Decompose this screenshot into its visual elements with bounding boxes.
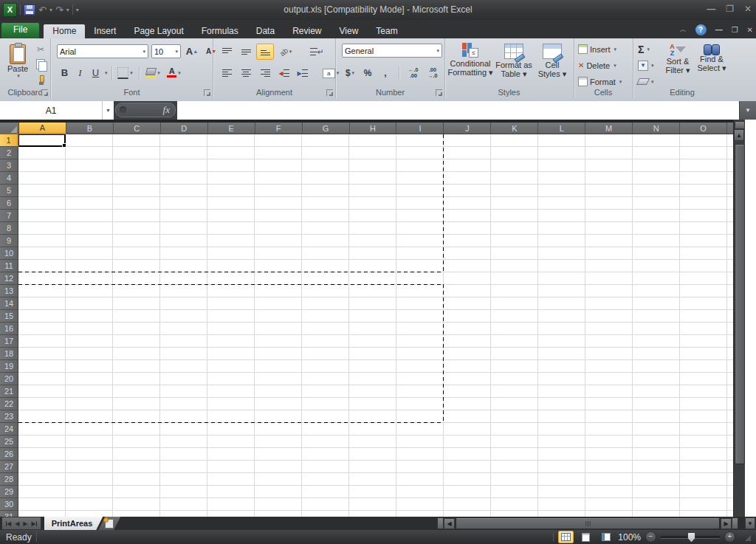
tab-review[interactable]: Review [284,24,330,40]
horizontal-scroll-thumb[interactable] [456,517,720,529]
prev-sheet-icon[interactable]: ◀ [13,520,21,527]
expand-formula-bar-icon[interactable]: ▼ [739,101,756,120]
vertical-split-handle[interactable] [735,121,745,129]
cut-button[interactable]: ✂ [32,42,49,57]
column-header-o[interactable]: O [680,123,727,134]
row-header-1[interactable]: 1 [0,134,18,147]
row-header-5[interactable]: 5 [0,185,18,197]
autosum-button[interactable]: Σ▾ [638,42,660,56]
row-header-2[interactable]: 2 [0,147,18,159]
align-middle-button[interactable] [237,44,255,60]
number-dialog-launcher-icon[interactable] [436,89,442,96]
copy-button[interactable] [32,57,49,72]
formula-input[interactable] [177,101,739,120]
row-header-15[interactable]: 15 [0,310,18,323]
number-format-combo[interactable]: General▾ [342,44,442,58]
align-top-button[interactable] [218,44,236,60]
select-all-button[interactable] [0,123,19,135]
tab-data[interactable]: Data [247,24,284,40]
tab-page-layout[interactable]: Page Layout [125,24,192,40]
normal-view-button[interactable] [558,531,574,543]
tab-team[interactable]: Team [367,24,406,40]
italic-button[interactable]: I [72,65,88,80]
scroll-down-icon[interactable]: ▼ [745,517,755,529]
bold-button[interactable]: B [57,65,72,80]
workbook-restore-button[interactable]: ❐ [732,26,738,34]
percent-style-button[interactable]: % [360,65,376,81]
scroll-right-icon[interactable]: ▶ [721,518,732,529]
font-dialog-launcher-icon[interactable] [204,89,210,96]
format-cells-button[interactable]: Format▾ [578,75,628,89]
font-size-combo[interactable]: 10▾ [151,44,181,58]
accounting-format-button[interactable]: $▾ [342,65,358,81]
horizontal-split-handle-right[interactable] [732,517,738,529]
grid-body[interactable] [18,134,745,517]
column-header-e[interactable]: E [208,123,255,134]
align-left-button[interactable] [218,65,236,81]
minimize-button[interactable]: — [707,4,715,14]
insert-cells-button[interactable]: Insert▾ [578,42,628,56]
orientation-button[interactable]: ab▾ [275,44,296,60]
column-header-m[interactable]: M [585,123,633,134]
row-header-22[interactable]: 22 [0,398,18,410]
row-header-16[interactable]: 16 [0,323,18,335]
row-header-7[interactable]: 7 [0,210,18,222]
row-header-27[interactable]: 27 [0,461,18,473]
column-header-g[interactable]: G [303,123,350,134]
wrap-text-button[interactable]: ↵ [306,44,327,60]
next-sheet-icon[interactable]: ▶ [21,520,29,527]
format-as-table-button[interactable]: Format as Table ▾ [495,41,533,94]
borders-button[interactable]: ▾ [116,65,135,80]
help-icon[interactable]: ? [695,24,707,35]
row-header-29[interactable]: 29 [0,486,18,498]
row-header-3[interactable]: 3 [0,159,18,172]
row-header-26[interactable]: 26 [0,448,18,461]
fill-color-button[interactable]: ▾ [143,65,164,80]
zoom-out-button[interactable]: − [645,531,656,543]
column-header-b[interactable]: B [66,123,114,134]
sort-filter-button[interactable]: AZ Sort & Filter ▾ [662,41,694,94]
tab-view[interactable]: View [331,24,368,40]
selected-cell[interactable] [18,134,66,147]
conditional-formatting-button[interactable]: ≤ Conditional Formatting ▾ [447,41,493,94]
column-header-n[interactable]: N [633,123,680,134]
workbook-minimize-button[interactable]: — [715,26,723,34]
sheet-tab-printareas[interactable]: PrintAreas [44,517,103,530]
last-sheet-icon[interactable]: ▶ [30,520,38,527]
cell-styles-button[interactable]: Cell Styles ▾ [535,41,570,94]
row-header-31[interactable]: 31 [0,511,18,517]
scroll-left-icon[interactable]: ◀ [444,518,455,529]
minimize-ribbon-icon[interactable]: ︿ [680,25,687,35]
vertical-scrollbar[interactable]: ▲ [733,120,745,517]
zoom-slider[interactable] [661,536,720,539]
row-header-28[interactable]: 28 [0,473,18,486]
horizontal-scrollbar[interactable]: ◀ ▶ [437,517,738,529]
tab-home[interactable]: Home [44,24,85,40]
align-bottom-button[interactable] [256,44,274,60]
row-header-4[interactable]: 4 [0,172,18,185]
alignment-dialog-launcher-icon[interactable] [326,89,333,96]
column-header-f[interactable]: F [255,123,303,134]
decrease-decimal-button[interactable]: .00 →.0 [424,65,441,81]
name-box-dropdown-icon[interactable]: ▼ [103,101,114,120]
insert-function-icon[interactable]: fx [163,104,170,116]
row-header-10[interactable]: 10 [0,247,18,260]
tab-insert[interactable]: Insert [85,24,125,40]
row-header-25[interactable]: 25 [0,435,18,448]
paste-button[interactable]: Paste ▾ [3,41,32,92]
row-header-19[interactable]: 19 [0,360,18,373]
column-header-d[interactable]: D [161,123,208,134]
row-header-12[interactable]: 12 [0,272,18,285]
column-header-j[interactable]: J [444,123,491,134]
page-break-view-button[interactable] [598,531,614,543]
tab-formulas[interactable]: Formulas [193,24,247,40]
row-header-21[interactable]: 21 [0,385,18,398]
zoom-in-button[interactable]: + [724,531,735,543]
horizontal-split-handle[interactable] [437,517,444,529]
row-header-30[interactable]: 30 [0,498,18,511]
page-layout-view-button[interactable] [578,531,594,543]
underline-dropdown-icon[interactable]: ▾ [105,70,108,76]
column-header-h[interactable]: H [350,123,397,134]
vertical-scroll-thumb[interactable] [735,144,745,464]
clear-button[interactable]: ▾ [638,75,660,89]
